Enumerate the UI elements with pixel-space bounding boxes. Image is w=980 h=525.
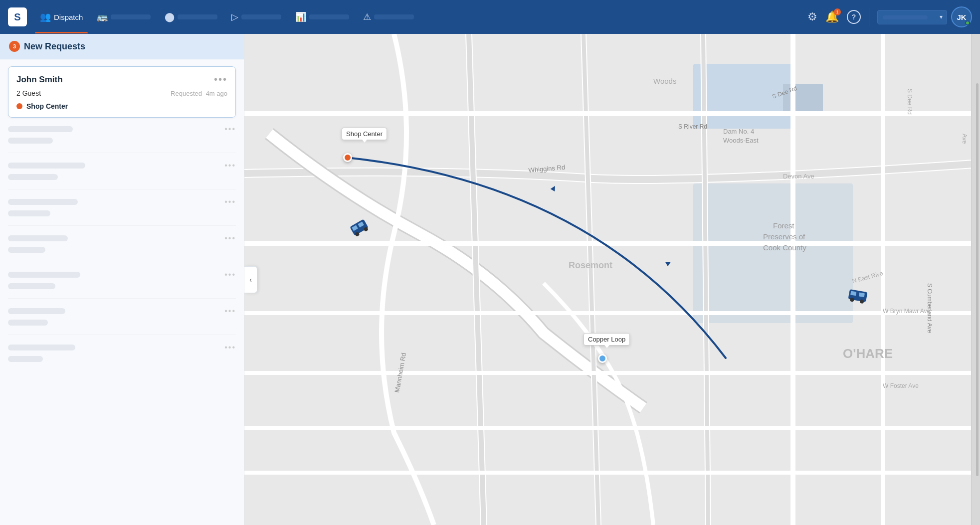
topnav-actions: ⚙ 🔔 1 ? [807,10,861,24]
skeleton-dots: ••• [224,270,236,279]
nav-replay-bar [241,14,281,19]
nav-replay[interactable]: ▷ [226,9,286,24]
map-right-edge [971,34,980,525]
skeleton-row: ••• [8,343,236,352]
skeleton-bar [8,199,78,205]
skeleton-bar [8,247,45,253]
nav-routes[interactable]: ⬤ [160,9,222,24]
svg-text:W Foster Ave: W Foster Ave [883,382,919,389]
vehicles-icon: 🚌 [97,11,108,22]
skeleton-bar [8,163,85,169]
nav-vehicles[interactable]: 🚌 [92,9,156,24]
nav-reports-bar [309,14,349,19]
svg-text:Rosemont: Rosemont [569,260,612,270]
skeleton-bar [8,356,43,362]
svg-text:Dam No. 4: Dam No. 4 [723,128,754,135]
nav-alerts-bar [374,14,414,19]
scroll-indicator [976,83,979,476]
time-ago: 4m ago [206,90,227,97]
user-avatar[interactable]: JK [951,6,972,27]
skeleton-dots: ••• [224,197,236,206]
svg-text:Devon Ave: Devon Ave [783,173,814,180]
dispatch-icon: 👥 [40,11,51,22]
svg-text:Cook County: Cook County [763,243,806,252]
skeleton-bar [8,138,53,144]
nav-routes-bar [178,14,217,19]
settings-button[interactable]: ⚙ [807,10,817,23]
skeleton-bar [8,235,68,241]
nav-alerts[interactable]: ⚠ [358,9,419,24]
skeleton-dots: ••• [224,125,236,134]
skeleton-bar [8,210,50,216]
new-requests-title: New Requests [24,41,85,52]
skeleton-row: ••• [8,307,236,316]
skeleton-bar [8,320,48,326]
request-more-button[interactable]: ••• [214,74,227,85]
copper-loop-dot [598,354,607,363]
skeleton-bar [8,308,65,314]
svg-text:Woods: Woods [653,77,676,85]
skeleton-group-6: ••• [8,307,236,335]
nav-dispatch[interactable]: 👥 Dispatch [35,9,88,24]
shop-center-label: Shop Center [342,128,387,140]
map-area: ‹ [244,34,980,525]
skeleton-bar [8,283,55,289]
replay-icon: ▷ [231,11,238,22]
skeleton-bar [8,126,73,132]
location-name: Shop Center [26,102,68,110]
map-svg: Whiggins Rd Mannheim Rd S Cumberland Ave… [244,34,980,525]
avatar-initials: JK [957,13,966,21]
skeleton-bar [8,345,75,350]
skeleton-group-4: ••• [8,234,236,262]
skeleton-row: ••• [8,125,236,134]
org-dropdown[interactable] [877,10,947,24]
skeleton-row: ••• [8,197,236,206]
notifications-button[interactable]: 🔔 1 [825,10,839,23]
sidebar-collapse-button[interactable]: ‹ [244,266,257,293]
requested-time: Requested 4m ago [171,90,227,97]
skeleton-group-1: ••• [8,125,236,153]
sidebar-header: 3 New Requests [0,34,244,59]
skeleton-dots: ••• [224,234,236,243]
skeleton-dots: ••• [224,343,236,352]
svg-text:Preserves of: Preserves of [763,232,805,241]
request-card-header: John Smith ••• [16,74,227,85]
notification-badge: 1 [834,8,841,15]
help-button[interactable]: ? [847,10,861,24]
shop-center-dot [343,153,352,162]
request-passenger-name: John Smith [16,75,63,85]
skeleton-group-2: ••• [8,161,236,189]
new-requests-badge: 3 [9,41,20,52]
main-layout: 3 New Requests John Smith ••• 2 Guest Re… [0,34,980,525]
collapse-icon: ‹ [249,276,252,284]
skeleton-row: ••• [8,161,236,170]
nav-divider [869,8,869,26]
alerts-icon: ⚠ [363,11,371,22]
location-row: Shop Center [16,102,227,110]
nav-vehicles-bar [111,14,151,19]
skeleton-list: ••• ••• ••• [0,125,244,525]
nav-reports[interactable]: 📊 [290,9,354,24]
app-logo[interactable]: S [8,7,27,26]
svg-text:S Dee Rd: S Dee Rd [906,89,913,115]
svg-text:O'HARE: O'HARE [843,346,893,361]
request-card[interactable]: John Smith ••• 2 Guest Requested 4m ago … [8,66,236,118]
svg-rect-3 [693,183,853,323]
guest-count: 2 Guest [16,89,41,97]
online-indicator [965,20,970,25]
svg-text:Forest: Forest [773,221,794,230]
svg-text:Ave: Ave [961,134,968,144]
skeleton-row: ••• [8,234,236,243]
skeleton-bar [8,174,58,180]
svg-text:Woods-East: Woods-East [723,137,759,144]
top-navigation: S 👥 Dispatch 🚌 ⬤ ▷ 📊 ⚠ ⚙ 🔔 1 ? JK [0,0,980,34]
svg-text:S River Rd: S River Rd [678,123,707,130]
skeleton-group-7: ••• [8,343,236,368]
routes-icon: ⬤ [165,11,175,22]
request-meta: 2 Guest Requested 4m ago [16,89,227,97]
org-name-placeholder [883,15,928,19]
copper-loop-label: Copper Loop [584,333,630,346]
reports-icon: 📊 [295,11,306,22]
nav-dispatch-label: Dispatch [54,13,83,21]
location-dot-icon [16,103,22,109]
